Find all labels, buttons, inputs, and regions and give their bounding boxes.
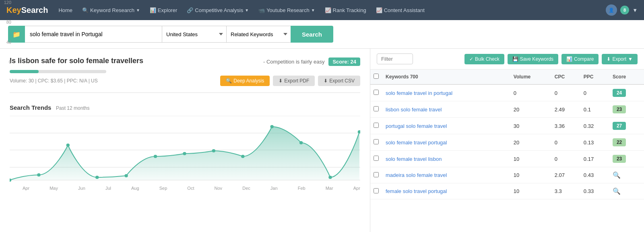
volume-cell: 20 (510, 101, 551, 118)
x-oct: Oct (187, 186, 194, 191)
score-badge: Score: 24 (328, 57, 360, 66)
keyword-link[interactable]: madeira solo female travel (386, 172, 447, 178)
user-avatar[interactable]: 👤 (606, 4, 617, 16)
svg-point-15 (299, 141, 303, 144)
search-bar: 📁 United StatesUnited KingdomCanadaAustr… (0, 20, 644, 49)
filter-input[interactable] (377, 53, 413, 64)
keyword-link[interactable]: solo female travel in portugal (386, 90, 452, 96)
volume-cell: 0 (510, 84, 551, 101)
cpc-cell: 3.36 (551, 118, 580, 134)
keyword-link[interactable]: portugal solo female travel (386, 123, 447, 129)
deep-analysis-button[interactable]: 🔍 Deep Analysis (220, 76, 270, 86)
table-body: solo female travel in portugal 0 0 0 24 … (370, 84, 644, 199)
keyword-link[interactable]: female solo travel portugal (386, 188, 447, 194)
row-checkbox-0[interactable] (374, 90, 379, 95)
export-csv-label: Export CSV (329, 78, 355, 84)
nav-keyword-research[interactable]: 🔍 Keyword Research ▼ (78, 5, 144, 16)
row-checkbox-5[interactable] (374, 172, 379, 177)
divider (10, 92, 360, 93)
chevron-down-icon-3: ▼ (311, 8, 315, 12)
compare-button[interactable]: 📊 Compare (561, 54, 599, 64)
nav-competitive-analysis[interactable]: 🔗 Competitive Analysis ▼ (183, 5, 253, 16)
score-value: 27 (613, 122, 626, 130)
th-volume: Volume (510, 70, 551, 84)
keyword-link[interactable]: lisbon solo female travel (386, 107, 442, 113)
bulk-check-button[interactable]: ✓ Bulk Check (464, 54, 504, 64)
score-cell: 27 (609, 118, 644, 134)
chart-y-axis: 120 80 40 0 (0, 49, 11, 64)
table-row: solo female travel in portugal 0 0 0 24 (370, 84, 644, 101)
chart-section: Search Trends Past 12 months 120 80 40 0 (10, 104, 360, 191)
search-input[interactable] (25, 26, 162, 43)
meta-text: Volume: 30 | CPC: $3.65 | PPC: N/A | US (10, 78, 98, 84)
volume-cell: 10 (510, 183, 551, 199)
score-value: 24 (613, 89, 626, 97)
row-checkbox-2[interactable] (374, 123, 379, 128)
x-apr-1: Apr (23, 186, 29, 191)
nav-home[interactable]: Home (54, 5, 76, 16)
bulk-check-label: Bulk Check (475, 56, 500, 62)
progress-bar-fill (10, 70, 39, 73)
chart-title-row: Search Trends Past 12 months (10, 104, 360, 111)
row-checkbox-4[interactable] (374, 156, 379, 161)
country-select[interactable]: United StatesUnited KingdomCanadaAustral… (162, 26, 226, 43)
chart-svg (10, 116, 360, 184)
nav-content-assistant[interactable]: 📈 Content Assistant (372, 5, 429, 16)
x-apr-2: Apr (353, 186, 360, 191)
nav-rank-label: Rank Tracking (333, 7, 366, 13)
keyword-link[interactable]: solo female travel portugal (386, 140, 447, 146)
row-checkbox-6[interactable] (374, 188, 379, 193)
table-row: solo female travel portugal 20 0 0.13 22 (370, 134, 644, 151)
nav-content-label: Content Assistant (384, 7, 425, 13)
csv-icon: ⬇ (324, 78, 328, 84)
export-csv-button[interactable]: ⬇ Export CSV (318, 76, 360, 86)
keyword-cell: female solo travel portugal (382, 183, 510, 199)
export-pdf-button[interactable]: ⬇ Export PDF (273, 76, 315, 86)
nav-rank-tracking[interactable]: 📈 Rank Tracking (321, 5, 370, 16)
ppc-cell: 0.17 (580, 151, 609, 167)
select-all-checkbox[interactable] (374, 74, 379, 79)
deep-analysis-icon: 🔍 (226, 78, 232, 84)
x-jun: Jun (78, 186, 85, 191)
save-keywords-button[interactable]: 💾 Save Keywords (508, 54, 558, 64)
score-search-icon[interactable]: 🔍 (613, 188, 621, 195)
dropdown-arrow[interactable]: ▼ (632, 7, 638, 13)
action-buttons: 🔍 Deep Analysis ⬇ Export PDF ⬇ Export CS… (220, 76, 360, 86)
row-checkbox-1[interactable] (374, 106, 379, 111)
score-cell: 22 (609, 134, 644, 151)
svg-point-11 (183, 152, 186, 155)
main-layout: Is lisbon safe for solo female traveller… (0, 49, 644, 232)
keyword-cell: solo female travel lisbon (382, 151, 510, 167)
home-label: Home (58, 7, 72, 13)
nav-youtube-research[interactable]: 📹 Youtube Research ▼ (254, 5, 319, 16)
keyword-link[interactable]: solo female travel lisbon (386, 156, 442, 162)
compare-icon: 📊 (566, 56, 572, 62)
keyword-cell: madeira solo female travel (382, 167, 510, 183)
svg-point-7 (66, 144, 70, 147)
keyword-title: Is lisbon safe for solo female traveller… (10, 57, 143, 65)
x-nov: Nov (215, 186, 223, 191)
ppc-cell: 0.13 (580, 134, 609, 151)
cpc-cell: 2.07 (551, 167, 580, 183)
y-label-0: 0 (0, 60, 11, 64)
export-button[interactable]: ⬇ Export ▼ (602, 54, 638, 64)
volume-cell: 10 (510, 151, 551, 167)
chevron-down-icon-2: ▼ (245, 8, 249, 12)
deep-analysis-label: Deep Analysis (233, 78, 264, 84)
notification-badge[interactable]: 8 (620, 6, 629, 14)
nav-explorer-label: Explorer (158, 7, 177, 13)
row-checkbox-3[interactable] (374, 139, 379, 144)
th-ppc: PPC (580, 70, 609, 84)
nav-explorer[interactable]: 📊 Explorer (146, 5, 181, 16)
svg-point-5 (10, 179, 11, 182)
cpc-cell: 0 (551, 151, 580, 167)
meta-row: Volume: 30 | CPC: $3.65 | PPC: N/A | US … (10, 76, 360, 86)
ppc-cell: 0.33 (580, 183, 609, 199)
right-toolbar: ✓ Bulk Check 💾 Save Keywords 📊 Compare ⬇… (370, 49, 644, 70)
score-search-icon[interactable]: 🔍 (613, 172, 621, 179)
keyword-type-select[interactable]: Related KeywordsExact MatchBroad Match (226, 26, 291, 43)
keyword-cell: solo female travel portugal (382, 134, 510, 151)
volume-cell: 30 (510, 118, 551, 134)
keywords-table: Keywords 700 Volume CPC PPC Score solo f… (370, 70, 644, 232)
search-button[interactable]: Search (291, 26, 333, 43)
